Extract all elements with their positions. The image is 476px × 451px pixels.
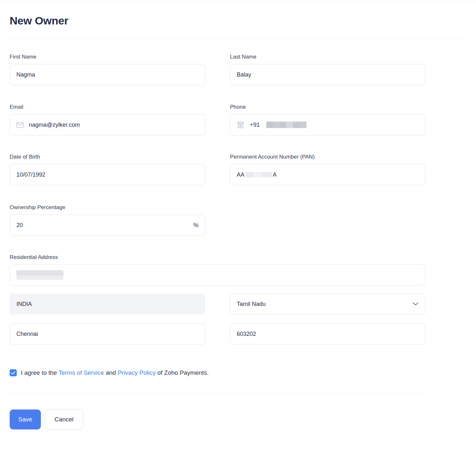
percent-suffix: % [193, 222, 198, 229]
agreement-text-middle: and [106, 369, 116, 376]
masked-phone-number [266, 122, 307, 128]
last-name-field: Last Name [230, 54, 425, 85]
masked-pan-middle [245, 172, 272, 177]
name-row: First Name Last Name [10, 54, 425, 85]
address-label: Residential Address [10, 254, 425, 261]
pan-label: Permanent Account Number (PAN) [230, 154, 425, 160]
phone-field: Phone +91 [230, 104, 425, 135]
dob-label: Date of Birth [10, 154, 205, 160]
country-value: INDIA [16, 301, 32, 308]
agreement-row: I agree to the Terms of Service and Priv… [10, 369, 425, 376]
state-select[interactable]: Tamil Nadu [230, 293, 425, 315]
agreement-text-before: I agree to the [21, 369, 57, 376]
check-icon [11, 371, 15, 375]
address-input[interactable] [10, 264, 425, 286]
ownership-value: 20 [16, 222, 23, 229]
terms-of-service-link[interactable]: Terms of Service [59, 369, 104, 376]
envelope-icon [16, 122, 23, 128]
phone-label: Phone [230, 104, 425, 110]
pan-value-prefix: AA [237, 171, 244, 178]
email-field: Email nagma@zylker.com [10, 104, 205, 135]
email-value: nagma@zylker.com [29, 122, 80, 128]
country-input: INDIA [10, 293, 205, 315]
ownership-input[interactable]: 20 % [10, 215, 205, 236]
city-pincode-row [10, 323, 425, 345]
ownership-label: Ownership Percentage [10, 204, 205, 211]
dob-input[interactable] [10, 164, 205, 185]
ownership-row-spacer [230, 204, 425, 236]
action-buttons: Save Cancel [10, 410, 425, 429]
email-label: Email [10, 104, 205, 110]
address-row: Residential Address [10, 254, 425, 286]
footer-divider [10, 393, 425, 394]
top-divider [0, 2, 476, 2]
privacy-policy-link[interactable]: Privacy Policy [118, 369, 156, 376]
new-owner-form: First Name Last Name Email nagma@zylker.… [10, 54, 425, 429]
cancel-button[interactable]: Cancel [45, 410, 83, 429]
last-name-input[interactable] [230, 64, 425, 85]
agreement-checkbox[interactable] [10, 369, 17, 376]
chevron-down-icon [413, 302, 418, 306]
dob-field: Date of Birth [10, 154, 205, 185]
pan-input[interactable]: AA A [230, 164, 425, 185]
title-divider [10, 38, 466, 38]
save-button[interactable]: Save [10, 410, 41, 429]
pincode-input[interactable] [230, 323, 425, 345]
country-state-row: INDIA Tamil Nadu [10, 293, 425, 315]
contact-row: Email nagma@zylker.com Phone [10, 104, 425, 135]
city-input[interactable] [10, 323, 205, 345]
ownership-row: Ownership Percentage 20 % [10, 204, 425, 236]
pan-value-suffix: A [273, 171, 277, 178]
last-name-label: Last Name [230, 54, 425, 60]
page-title: New Owner [10, 13, 466, 28]
phone-icon [237, 121, 244, 128]
phone-input[interactable]: +91 [230, 114, 425, 135]
email-input[interactable]: nagma@zylker.com [10, 114, 205, 135]
first-name-label: First Name [10, 54, 205, 60]
state-value: Tamil Nadu [237, 301, 266, 308]
first-name-field: First Name [10, 54, 205, 85]
agreement-text: I agree to the Terms of Service and Priv… [21, 369, 209, 376]
new-owner-form-page: New Owner First Name Last Name Email [0, 0, 476, 451]
phone-country-code: +91 [250, 122, 260, 128]
agreement-text-after: of Zoho Payments. [157, 369, 208, 376]
dob-pan-row: Date of Birth Permanent Account Number (… [10, 154, 425, 185]
ownership-field: Ownership Percentage 20 % [10, 204, 205, 236]
first-name-input[interactable] [10, 64, 205, 85]
masked-address-value [16, 270, 63, 280]
pan-field: Permanent Account Number (PAN) AA A [230, 154, 425, 185]
